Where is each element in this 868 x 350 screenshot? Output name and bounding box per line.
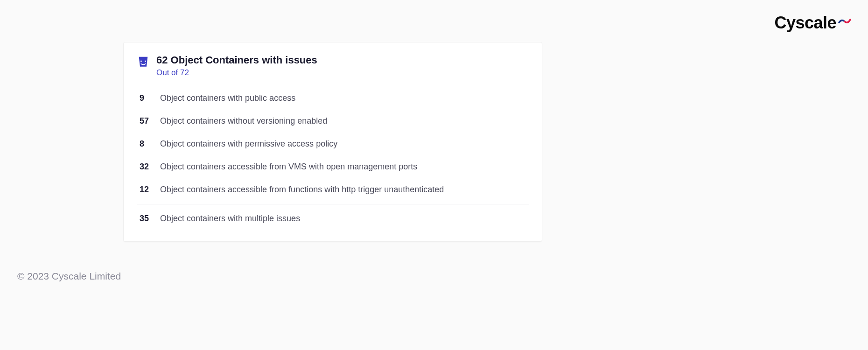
issue-count: 8 xyxy=(140,139,160,149)
summary-row[interactable]: 35 Object containers with multiple issue… xyxy=(137,207,529,230)
divider xyxy=(137,204,529,204)
card-subtitle: Out of 72 xyxy=(156,68,317,77)
issue-row[interactable]: 8 Object containers with permissive acce… xyxy=(137,133,529,155)
card-title: 62 Object Containers with issues xyxy=(156,54,317,67)
issue-count: 57 xyxy=(140,116,160,126)
brand-logo: Cyscale xyxy=(774,13,851,33)
brand-mark-icon xyxy=(838,17,851,25)
issue-label: Object containers with public access xyxy=(160,93,295,103)
issue-label: Object containers with multiple issues xyxy=(160,214,300,224)
issue-count: 9 xyxy=(140,93,160,103)
brand-name: Cyscale xyxy=(774,13,836,33)
issue-row[interactable]: 57 Object containers without versioning … xyxy=(137,110,529,133)
card-header: 62 Object Containers with issues Out of … xyxy=(137,54,529,77)
issue-row[interactable]: 12 Object containers accessible from fun… xyxy=(137,178,529,201)
issue-label: Object containers accessible from VMS wi… xyxy=(160,162,417,172)
issue-label: Object containers with permissive access… xyxy=(160,139,337,149)
issues-card: 62 Object Containers with issues Out of … xyxy=(123,42,542,242)
issues-list: 9 Object containers with public access 5… xyxy=(137,87,529,230)
svg-rect-1 xyxy=(145,61,146,62)
issue-row[interactable]: 32 Object containers accessible from VMS… xyxy=(137,155,529,178)
bucket-icon xyxy=(137,55,150,68)
issue-row[interactable]: 9 Object containers with public access xyxy=(137,87,529,110)
issue-count: 32 xyxy=(140,162,160,172)
issue-label: Object containers without versioning ena… xyxy=(160,116,327,126)
issue-count: 35 xyxy=(140,214,160,224)
issue-count: 12 xyxy=(140,185,160,195)
issue-label: Object containers accessible from functi… xyxy=(160,185,444,195)
card-title-block: 62 Object Containers with issues Out of … xyxy=(156,54,317,77)
svg-rect-0 xyxy=(140,61,142,62)
footer-copyright: © 2023 Cyscale Limited xyxy=(17,271,121,282)
